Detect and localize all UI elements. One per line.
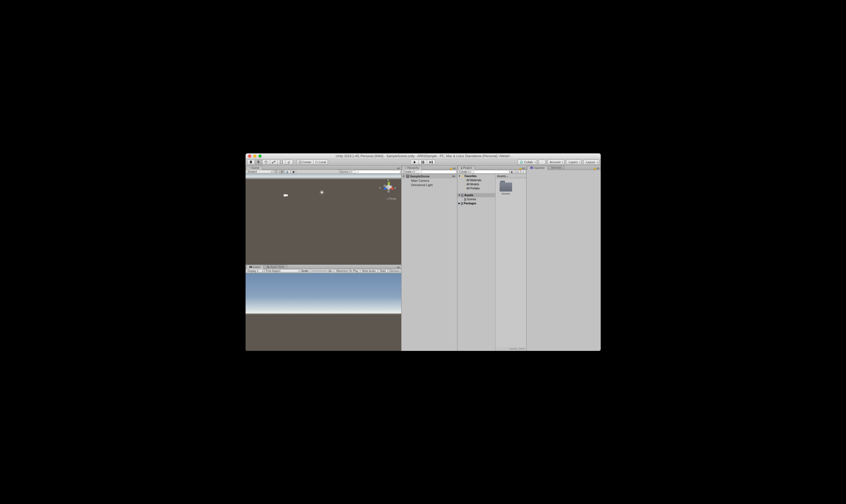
collab-dropdown[interactable]: Collab	[517, 160, 537, 165]
project-search-input[interactable]	[471, 170, 509, 174]
hierarchy-create-dropdown[interactable]: Create	[402, 170, 414, 174]
display-dropdown[interactable]: Display 1	[246, 269, 264, 273]
lock-icon[interactable]: 🔒	[593, 167, 596, 170]
svg-rect-12	[284, 194, 286, 196]
account-dropdown[interactable]: Account	[547, 160, 565, 165]
game-gizmos-dropdown[interactable]: Gizmos	[388, 269, 401, 273]
orientation-gizmo[interactable]: z y x	[381, 180, 398, 196]
pivot-mode-button[interactable]: Center	[297, 160, 314, 165]
aspect-dropdown[interactable]: Free Aspect	[265, 269, 300, 273]
layout-dropdown[interactable]: Layout	[583, 160, 599, 165]
layers-dropdown[interactable]: Layers	[566, 160, 582, 165]
camera-gizmo-icon[interactable]	[284, 194, 288, 197]
stats-button[interactable]: Stats	[378, 269, 388, 273]
tab-services[interactable]: Services	[548, 166, 564, 170]
hierarchy-tabbar: ≡ Hierarchy 🔒▾≡	[402, 166, 457, 170]
zoom-window-button[interactable]	[258, 155, 262, 158]
minimize-window-button[interactable]	[253, 155, 257, 158]
folder-item[interactable]: ▇Scenes	[457, 197, 495, 201]
scale-max-label: 2x	[329, 269, 332, 272]
packages-header[interactable]: ▶ ▇ Packages	[457, 201, 495, 205]
handle-mode-group: Center Local	[297, 160, 328, 165]
hierarchy-item[interactable]: Main Camera	[402, 178, 457, 183]
chevron-down-icon[interactable]: ▼	[458, 175, 461, 177]
unity-logo-icon	[406, 175, 409, 178]
tab-inspector[interactable]: i Inspector	[527, 166, 548, 170]
folder-icon: ▇	[464, 198, 466, 201]
maximize-on-play-button[interactable]: Maximize On Play	[335, 269, 360, 273]
project-asset-grid: Assets ▸ Scenes	[495, 174, 526, 351]
chevron-down-icon[interactable]: ▼	[403, 175, 405, 178]
svg-point-3	[280, 163, 280, 163]
gizmos-dropdown[interactable]: Gizmos	[338, 170, 351, 174]
favorites-header[interactable]: ▼ ★ Favorites	[457, 174, 495, 178]
tab-project[interactable]: ▮ Project	[458, 166, 475, 170]
tab-scene[interactable]: ⌗ Scene	[246, 166, 262, 170]
svg-point-4	[282, 163, 283, 163]
cloud-button[interactable]	[539, 160, 546, 165]
tab-hierarchy[interactable]: ≡ Hierarchy	[402, 166, 422, 170]
panel-options-icon[interactable]: ▾≡	[397, 167, 400, 170]
2d-toggle-button[interactable]: 2D	[274, 170, 279, 174]
lock-icon[interactable]: 🔒	[519, 167, 522, 170]
handle-rotation-button[interactable]: Local	[314, 160, 328, 165]
chevron-down-icon[interactable]: ▼	[458, 194, 461, 196]
cloud-icon	[541, 161, 542, 164]
scale-tool-button[interactable]	[270, 160, 278, 165]
hierarchy-search-input[interactable]: All	[415, 170, 457, 174]
save-search-button[interactable]: ★	[521, 170, 526, 174]
move-tool-button[interactable]	[255, 160, 263, 165]
game-view-viewport[interactable]	[246, 273, 401, 351]
panel-options-icon[interactable]: ▾≡	[453, 167, 456, 170]
favorite-item[interactable]: ⌕All Materials	[457, 178, 495, 182]
window-controls	[246, 155, 262, 158]
projection-label[interactable]: ◁ Persp	[386, 197, 396, 200]
panel-options-icon[interactable]: ▾≡	[522, 167, 525, 170]
close-window-button[interactable]	[248, 155, 251, 158]
transform-tool-button[interactable]	[285, 160, 293, 165]
audio-toggle-button[interactable]: 🔈	[285, 170, 290, 174]
step-button[interactable]	[427, 160, 435, 165]
filter-icon: ◧	[511, 170, 513, 173]
asset-folder-item[interactable]: Scenes	[498, 181, 514, 195]
favorite-item[interactable]: ⌕All Models	[457, 182, 495, 186]
shading-mode-dropdown[interactable]: Shaded	[246, 170, 273, 174]
main-toolbar: Center Local Collab Account Layer	[246, 159, 601, 166]
scene-menu-icon[interactable]: ▾≡	[453, 175, 457, 178]
favorite-item[interactable]: ⌕All Prefabs	[457, 186, 495, 191]
lock-icon[interactable]: 🔒	[450, 167, 453, 170]
panel-options-icon[interactable]: ▾≡	[397, 266, 400, 269]
chevron-right-icon: ▸	[507, 175, 508, 177]
pause-button[interactable]	[419, 160, 427, 165]
icon-size-slider[interactable]	[509, 348, 525, 349]
lighting-toggle-button[interactable]: ☀	[279, 170, 284, 174]
play-button[interactable]	[411, 160, 419, 165]
rotate-tool-button[interactable]	[263, 160, 270, 165]
search-by-label-button[interactable]: 🏷	[515, 170, 520, 174]
svg-rect-0	[280, 161, 283, 163]
search-by-type-button[interactable]: ◧	[510, 170, 515, 174]
panel-options-icon[interactable]: ▾≡	[597, 167, 600, 170]
scale-slider[interactable]	[311, 271, 327, 271]
scene-view-viewport[interactable]: ☀ z y x	[246, 174, 401, 265]
workspace: ⌗ Scene ▾≡ Shaded 2D ☀ 🔈 ▣ Gizmos All ☀	[246, 166, 601, 351]
chevron-right-icon[interactable]: ▶	[458, 202, 460, 204]
hand-tool-button[interactable]	[247, 160, 255, 165]
tab-asset-store[interactable]: 🛍 Asset Store	[264, 265, 287, 269]
hierarchy-item[interactable]: Directional Light	[402, 183, 457, 187]
breadcrumb[interactable]: Assets ▸	[495, 174, 526, 178]
effects-dropdown[interactable]: ▣	[291, 170, 297, 174]
directional-light-gizmo-icon[interactable]: ☀	[319, 189, 324, 196]
project-create-dropdown[interactable]: Create	[458, 170, 470, 174]
rect-tool-button[interactable]	[278, 160, 285, 165]
mute-audio-button[interactable]: Mute Audio	[360, 269, 377, 273]
hierarchy-scene-row[interactable]: ▼ SampleScene ▾≡	[402, 174, 457, 178]
scene-search-input[interactable]: All	[352, 170, 401, 174]
project-tabbar: ▮ Project 🔒▾≡	[457, 166, 526, 170]
tag-icon: 🏷	[516, 170, 519, 173]
assets-header[interactable]: ▼ ▇ Assets	[457, 193, 495, 197]
local-icon	[315, 161, 318, 164]
inspector-column: i Inspector Services 🔒▾≡	[527, 166, 601, 351]
tab-game[interactable]: 🎮 Game	[246, 265, 264, 269]
hierarchy-toolbar: Create All	[402, 170, 457, 174]
